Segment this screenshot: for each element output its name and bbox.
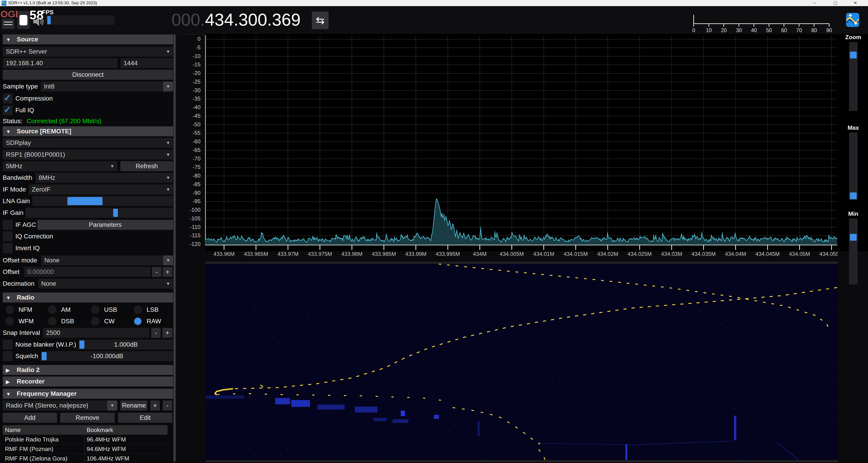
volume-slider-grab[interactable] bbox=[47, 16, 51, 24]
full-iq-checkbox[interactable]: ✓ bbox=[3, 105, 13, 115]
snr-tick bbox=[814, 23, 814, 27]
freq-axis-label: 434.02M bbox=[592, 251, 624, 257]
remove-bookmark-button[interactable]: Remove bbox=[60, 413, 115, 423]
panel-header-frequency-manager[interactable]: ▼Frequency Manager bbox=[3, 389, 173, 399]
disconnect-button[interactable]: Disconnect bbox=[3, 70, 173, 80]
close-button[interactable]: ✕ bbox=[848, 0, 862, 6]
edit-bookmark-button[interactable]: Edit bbox=[118, 413, 173, 423]
frequency-display[interactable]: 000.434.300.369 bbox=[172, 10, 301, 29]
noise-blanker-slider[interactable]: 1.000dB bbox=[79, 340, 173, 350]
port-input[interactable]: 1444 bbox=[120, 58, 173, 68]
sdrpp-logo-button[interactable] bbox=[846, 13, 859, 27]
freq-axis-label: 433.96M bbox=[208, 251, 240, 257]
radio-circle-icon bbox=[5, 317, 14, 325]
refresh-button[interactable]: Refresh bbox=[120, 161, 173, 171]
snap-plus-button[interactable]: + bbox=[162, 328, 173, 338]
window-title: SDR++ v1.1.0 (Built at 13:55:30, Sep 29 … bbox=[8, 0, 97, 5]
sample-type-label: Sample type bbox=[3, 82, 38, 91]
offset-mode-combo[interactable]: None▼ bbox=[41, 255, 173, 265]
parameters-button[interactable]: Parameters bbox=[37, 220, 173, 230]
panel-header-source-remote[interactable]: ▼Source [REMOTE] bbox=[3, 126, 173, 136]
sample-type-combo[interactable]: Int8▼ bbox=[41, 82, 173, 91]
right-slider-label-zoom: Zoom bbox=[840, 34, 867, 41]
if-agc-checkbox[interactable] bbox=[3, 220, 13, 230]
snap-interval-input[interactable]: 2500 bbox=[43, 328, 149, 338]
iq-correction-checkbox[interactable] bbox=[3, 231, 13, 241]
lna-gain-slider[interactable] bbox=[32, 196, 173, 206]
mode-option-raw[interactable]: RAW bbox=[131, 316, 173, 326]
bandwidth-combo[interactable]: 8MHz▼ bbox=[35, 173, 173, 183]
bookmark-list-combo[interactable]: Radio FM (Stereo, naljepsze)▼ bbox=[3, 401, 117, 410]
snap-interval-label: Snap Interval bbox=[3, 328, 40, 338]
host-input[interactable]: 192.168.1.40 bbox=[3, 58, 118, 68]
panel-header-radio2[interactable]: ▶Radio 2 bbox=[3, 365, 173, 375]
swap-vfo-button[interactable]: ⇆ bbox=[312, 11, 329, 29]
table-row[interactable]: Polskie Radio Trojka96.4MHz WFM bbox=[3, 435, 167, 444]
panel-header-source[interactable]: ▼Source bbox=[3, 34, 173, 45]
remote-device-combo[interactable]: RSP1 (B0001P0001)▼ bbox=[3, 150, 173, 160]
db-axis-label: -85 bbox=[179, 181, 200, 187]
zoom-slider-grab[interactable] bbox=[850, 52, 857, 58]
max-slider-grab[interactable] bbox=[850, 193, 857, 199]
waterfall-display[interactable] bbox=[206, 264, 838, 460]
offset-input[interactable]: 0.000000 bbox=[24, 267, 151, 277]
column-header-bookmark[interactable]: Bookmark bbox=[87, 425, 113, 435]
snap-minus-button[interactable]: - bbox=[151, 328, 161, 338]
squelch-checkbox[interactable] bbox=[3, 351, 13, 361]
add-bookmark-button[interactable]: Add bbox=[3, 413, 57, 423]
offset-minus-button[interactable]: - bbox=[152, 267, 161, 277]
stop-button[interactable] bbox=[17, 11, 30, 29]
db-axis-label: -120 bbox=[179, 241, 200, 247]
mode-option-dsb[interactable]: DSB bbox=[45, 316, 88, 326]
volume-slider[interactable] bbox=[46, 15, 115, 25]
lna-gain-slider-grab[interactable] bbox=[67, 197, 102, 205]
invert-iq-checkbox[interactable] bbox=[3, 243, 13, 253]
speaker-icon bbox=[32, 15, 45, 28]
freq-axis-label: 434.025M bbox=[624, 251, 655, 257]
min-slider-grab[interactable] bbox=[850, 234, 857, 241]
mode-option-cw[interactable]: CW bbox=[88, 316, 131, 326]
source-type-combo[interactable]: SDR++ Server▼ bbox=[3, 47, 173, 57]
mode-option-am[interactable]: AM bbox=[45, 305, 88, 315]
title-bar: SDR++ v1.1.0 (Built at 13:55:30, Sep 29 … bbox=[0, 0, 868, 6]
menu-button[interactable] bbox=[2, 19, 14, 29]
squelch-slider[interactable]: -100.000dB bbox=[41, 351, 173, 361]
decimation-combo[interactable]: None▼ bbox=[38, 279, 173, 289]
remove-list-button[interactable]: - bbox=[163, 401, 172, 410]
rename-list-button[interactable]: Rename bbox=[120, 401, 148, 410]
offset-plus-button[interactable]: + bbox=[163, 267, 173, 277]
column-header-name[interactable]: Name bbox=[5, 425, 21, 435]
mode-option-wfm[interactable]: WFM bbox=[3, 316, 45, 326]
minimize-button[interactable]: ─ bbox=[807, 0, 822, 6]
min-slider[interactable] bbox=[849, 219, 858, 284]
if-mode-combo[interactable]: ZeroIF▼ bbox=[29, 184, 173, 195]
app-icon bbox=[2, 1, 6, 6]
panel-header-recorder[interactable]: ▶Recorder bbox=[3, 377, 173, 386]
max-slider[interactable] bbox=[849, 133, 858, 200]
bookmark-table-header[interactable]: Name Bookmark bbox=[3, 425, 167, 435]
mode-option-lsb[interactable]: LSB bbox=[131, 305, 173, 315]
sidebar-scrollbar-thumb[interactable] bbox=[174, 34, 176, 461]
noise-blanker-checkbox[interactable] bbox=[3, 340, 13, 350]
db-axis-label: -45 bbox=[179, 113, 200, 119]
chevron-down-icon: ▼ bbox=[107, 161, 117, 171]
offset-label: Offset bbox=[3, 267, 20, 277]
sidebar-scrollbar[interactable] bbox=[173, 34, 176, 463]
maximize-button[interactable]: ▢ bbox=[828, 0, 842, 6]
compression-checkbox[interactable]: ✓ bbox=[3, 93, 13, 104]
table-row[interactable]: RMF FM (Poznan)94.6MHz WFM bbox=[3, 444, 167, 454]
if-gain-slider[interactable] bbox=[26, 208, 173, 218]
mode-option-usb[interactable]: USB bbox=[88, 305, 131, 315]
db-axis-label: -20 bbox=[179, 70, 200, 76]
samplerate-combo[interactable]: 5MHz▼ bbox=[3, 161, 117, 171]
remote-driver-combo[interactable]: SDRplay▼ bbox=[3, 138, 173, 148]
fft-spectrum-plot[interactable] bbox=[205, 34, 868, 251]
snr-tick-label: 50 bbox=[764, 27, 774, 33]
mode-option-nfm[interactable]: NFM bbox=[3, 305, 45, 315]
panel-header-radio[interactable]: ▼Radio bbox=[3, 292, 173, 302]
db-axis-label: 0 bbox=[179, 36, 200, 42]
table-row[interactable]: RMF FM (Zielona Gora)106.4MHz WFM bbox=[3, 454, 167, 463]
add-list-button[interactable]: + bbox=[150, 401, 160, 410]
if-gain-slider-grab[interactable] bbox=[113, 209, 118, 217]
snr-meter: 0102030405060708090 bbox=[690, 13, 835, 33]
